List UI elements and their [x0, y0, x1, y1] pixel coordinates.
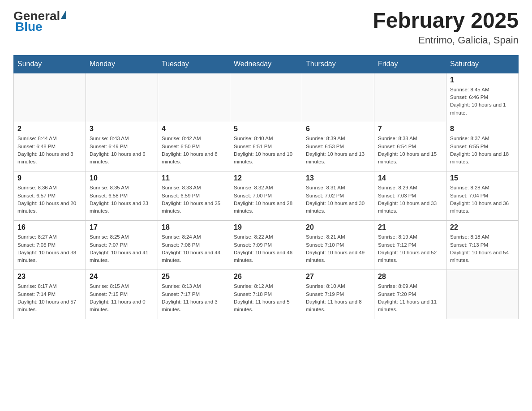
day-number: 24 — [90, 273, 154, 281]
day-info: Sunrise: 8:29 AMSunset: 7:03 PMDaylight:… — [378, 184, 442, 215]
calendar-cell — [230, 73, 302, 122]
day-number: 5 — [234, 125, 298, 133]
day-info: Sunrise: 8:27 AMSunset: 7:05 PMDaylight:… — [17, 233, 82, 264]
week-row-4: 16Sunrise: 8:27 AMSunset: 7:05 PMDayligh… — [14, 221, 519, 270]
day-info: Sunrise: 8:19 AMSunset: 7:12 PMDaylight:… — [378, 233, 442, 264]
calendar-cell — [86, 73, 158, 122]
calendar-cell — [302, 73, 374, 122]
day-info: Sunrise: 8:44 AMSunset: 6:48 PMDaylight:… — [17, 135, 82, 166]
calendar-cell: 24Sunrise: 8:15 AMSunset: 7:15 PMDayligh… — [86, 270, 158, 319]
day-info: Sunrise: 8:36 AMSunset: 6:57 PMDaylight:… — [17, 184, 82, 215]
calendar-cell — [14, 73, 86, 122]
page-header: General Blue February 2025 Entrimo, Gali… — [13, 9, 519, 46]
day-number: 7 — [378, 125, 442, 133]
weekday-header-thursday: Thursday — [302, 55, 374, 73]
logo: General Blue — [13, 9, 66, 34]
weekday-header-saturday: Saturday — [446, 55, 519, 73]
day-number: 16 — [17, 223, 82, 231]
calendar-cell: 18Sunrise: 8:24 AMSunset: 7:08 PMDayligh… — [158, 221, 230, 270]
day-number: 15 — [450, 174, 515, 182]
day-number: 11 — [162, 174, 226, 182]
weekday-header-monday: Monday — [86, 55, 158, 73]
day-info: Sunrise: 8:12 AMSunset: 7:18 PMDaylight:… — [234, 283, 298, 313]
calendar-cell: 17Sunrise: 8:25 AMSunset: 7:07 PMDayligh… — [86, 221, 158, 270]
calendar-cell: 12Sunrise: 8:32 AMSunset: 7:00 PMDayligh… — [230, 171, 302, 221]
weekday-header-wednesday: Wednesday — [230, 55, 302, 73]
day-number: 21 — [378, 223, 442, 231]
day-number: 27 — [306, 273, 370, 281]
day-number: 23 — [17, 273, 82, 281]
day-info: Sunrise: 8:40 AMSunset: 6:51 PMDaylight:… — [234, 135, 298, 166]
calendar-cell: 19Sunrise: 8:22 AMSunset: 7:09 PMDayligh… — [230, 221, 302, 270]
day-number: 3 — [90, 125, 154, 133]
day-number: 6 — [306, 125, 370, 133]
day-number: 4 — [162, 125, 226, 133]
day-info: Sunrise: 8:22 AMSunset: 7:09 PMDaylight:… — [234, 233, 298, 264]
day-info: Sunrise: 8:31 AMSunset: 7:02 PMDaylight:… — [306, 184, 370, 215]
calendar-cell: 22Sunrise: 8:18 AMSunset: 7:13 PMDayligh… — [446, 221, 519, 270]
weekday-header-sunday: Sunday — [14, 55, 86, 73]
calendar-cell: 14Sunrise: 8:29 AMSunset: 7:03 PMDayligh… — [374, 171, 446, 221]
weekday-header-tuesday: Tuesday — [158, 55, 230, 73]
day-number: 10 — [90, 174, 154, 182]
calendar-cell: 16Sunrise: 8:27 AMSunset: 7:05 PMDayligh… — [14, 221, 86, 270]
week-row-5: 23Sunrise: 8:17 AMSunset: 7:14 PMDayligh… — [14, 270, 519, 319]
day-info: Sunrise: 8:18 AMSunset: 7:13 PMDaylight:… — [450, 233, 515, 264]
day-info: Sunrise: 8:10 AMSunset: 7:19 PMDaylight:… — [306, 283, 370, 313]
day-info: Sunrise: 8:39 AMSunset: 6:53 PMDaylight:… — [306, 135, 370, 166]
calendar-cell: 25Sunrise: 8:13 AMSunset: 7:17 PMDayligh… — [158, 270, 230, 319]
day-info: Sunrise: 8:09 AMSunset: 7:20 PMDaylight:… — [378, 283, 442, 313]
calendar-cell: 27Sunrise: 8:10 AMSunset: 7:19 PMDayligh… — [302, 270, 374, 319]
calendar-table: SundayMondayTuesdayWednesdayThursdayFrid… — [13, 55, 519, 320]
title-block: February 2025 Entrimo, Galicia, Spain — [373, 9, 519, 46]
day-number: 14 — [378, 174, 442, 182]
calendar-cell — [374, 73, 446, 122]
day-number: 28 — [378, 273, 442, 281]
day-info: Sunrise: 8:33 AMSunset: 6:59 PMDaylight:… — [162, 184, 226, 215]
day-info: Sunrise: 8:28 AMSunset: 7:04 PMDaylight:… — [450, 184, 515, 215]
day-info: Sunrise: 8:35 AMSunset: 6:58 PMDaylight:… — [90, 184, 154, 215]
calendar-cell: 13Sunrise: 8:31 AMSunset: 7:02 PMDayligh… — [302, 171, 374, 221]
calendar-cell: 6Sunrise: 8:39 AMSunset: 6:53 PMDaylight… — [302, 122, 374, 171]
day-number: 20 — [306, 223, 370, 231]
calendar-cell: 4Sunrise: 8:42 AMSunset: 6:50 PMDaylight… — [158, 122, 230, 171]
week-row-3: 9Sunrise: 8:36 AMSunset: 6:57 PMDaylight… — [14, 171, 519, 221]
day-number: 19 — [234, 223, 298, 231]
month-title: February 2025 — [373, 9, 519, 33]
week-row-1: 1Sunrise: 8:45 AMSunset: 6:46 PMDaylight… — [14, 73, 519, 122]
weekday-header-friday: Friday — [374, 55, 446, 73]
calendar-cell: 23Sunrise: 8:17 AMSunset: 7:14 PMDayligh… — [14, 270, 86, 319]
day-number: 1 — [450, 76, 515, 84]
day-number: 25 — [162, 273, 226, 281]
calendar-cell: 28Sunrise: 8:09 AMSunset: 7:20 PMDayligh… — [374, 270, 446, 319]
location-text: Entrimo, Galicia, Spain — [373, 34, 519, 46]
day-info: Sunrise: 8:17 AMSunset: 7:14 PMDaylight:… — [17, 283, 82, 313]
weekday-header-row: SundayMondayTuesdayWednesdayThursdayFrid… — [14, 55, 519, 73]
day-number: 22 — [450, 223, 515, 231]
day-number: 8 — [450, 125, 515, 133]
calendar-cell: 1Sunrise: 8:45 AMSunset: 6:46 PMDaylight… — [446, 73, 519, 122]
calendar-cell: 7Sunrise: 8:38 AMSunset: 6:54 PMDaylight… — [374, 122, 446, 171]
logo-triangle-icon — [61, 10, 66, 19]
calendar-cell: 9Sunrise: 8:36 AMSunset: 6:57 PMDaylight… — [14, 171, 86, 221]
day-number: 2 — [17, 125, 82, 133]
calendar-cell: 2Sunrise: 8:44 AMSunset: 6:48 PMDaylight… — [14, 122, 86, 171]
calendar-cell: 26Sunrise: 8:12 AMSunset: 7:18 PMDayligh… — [230, 270, 302, 319]
day-info: Sunrise: 8:38 AMSunset: 6:54 PMDaylight:… — [378, 135, 442, 166]
calendar-cell: 8Sunrise: 8:37 AMSunset: 6:55 PMDaylight… — [446, 122, 519, 171]
calendar-cell: 3Sunrise: 8:43 AMSunset: 6:49 PMDaylight… — [86, 122, 158, 171]
calendar-cell: 5Sunrise: 8:40 AMSunset: 6:51 PMDaylight… — [230, 122, 302, 171]
day-info: Sunrise: 8:25 AMSunset: 7:07 PMDaylight:… — [90, 233, 154, 264]
day-info: Sunrise: 8:15 AMSunset: 7:15 PMDaylight:… — [90, 283, 154, 313]
day-number: 12 — [234, 174, 298, 182]
week-row-2: 2Sunrise: 8:44 AMSunset: 6:48 PMDaylight… — [14, 122, 519, 171]
calendar-cell: 21Sunrise: 8:19 AMSunset: 7:12 PMDayligh… — [374, 221, 446, 270]
logo-blue-text: Blue — [15, 20, 43, 34]
day-number: 26 — [234, 273, 298, 281]
calendar-cell — [158, 73, 230, 122]
day-info: Sunrise: 8:21 AMSunset: 7:10 PMDaylight:… — [306, 233, 370, 264]
day-number: 18 — [162, 223, 226, 231]
day-info: Sunrise: 8:32 AMSunset: 7:00 PMDaylight:… — [234, 184, 298, 215]
day-info: Sunrise: 8:42 AMSunset: 6:50 PMDaylight:… — [162, 135, 226, 166]
day-info: Sunrise: 8:13 AMSunset: 7:17 PMDaylight:… — [162, 283, 226, 313]
